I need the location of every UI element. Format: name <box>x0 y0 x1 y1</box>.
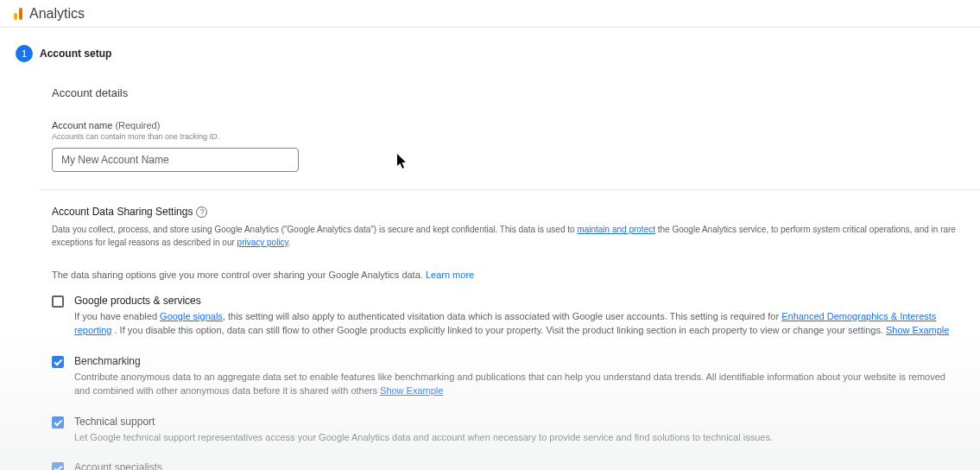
app-header: Analytics <box>0 0 980 28</box>
help-icon[interactable]: ? <box>196 206 207 218</box>
required-marker: (Required) <box>115 120 160 130</box>
option-title: Google products & services <box>74 295 963 307</box>
checkbox-technical-support[interactable] <box>52 416 64 429</box>
learn-more-link[interactable]: Learn more <box>426 270 474 280</box>
option-google-products: Google products & services If you have e… <box>52 295 963 338</box>
label-text: Account name <box>52 120 112 130</box>
checkbox-google-products[interactable] <box>52 295 64 308</box>
option-technical-support: Technical support Let Google technical s… <box>52 416 963 445</box>
step-number-badge: 1 <box>16 45 33 62</box>
divider <box>40 189 980 190</box>
privacy-policy-link[interactable]: privacy policy <box>237 238 288 247</box>
sharing-options: Google products & services If you have e… <box>52 295 963 471</box>
checkbox-account-specialists[interactable] <box>52 462 64 470</box>
show-example-link[interactable]: Show Example <box>886 325 949 335</box>
option-title: Benchmarking <box>74 355 963 367</box>
sharing-description: Data you collect, process, and store usi… <box>52 223 963 249</box>
account-panel: Account details Account name (Required) … <box>40 76 980 470</box>
option-title: Account specialists <box>74 461 963 470</box>
show-example-link[interactable]: Show Example <box>380 385 443 396</box>
maintain-protect-link[interactable]: maintain and protect <box>577 225 655 234</box>
option-benchmarking: Benchmarking Contribute anonymous data t… <box>52 355 963 398</box>
account-name-input[interactable] <box>52 148 299 172</box>
step-title: Account setup <box>40 48 111 60</box>
content-area: 1 Account setup Account details Account … <box>0 28 980 470</box>
account-name-help: Accounts can contain more than one track… <box>52 132 963 141</box>
sharing-title-text: Account Data Sharing Settings <box>52 206 193 218</box>
google-signals-link[interactable]: Google signals <box>160 311 223 321</box>
panel-title: Account details <box>52 86 963 99</box>
app-title: Analytics <box>29 6 85 22</box>
checkbox-benchmarking[interactable] <box>52 356 64 368</box>
sharing-section-title: Account Data Sharing Settings ? <box>52 206 963 218</box>
sharing-control-text: The data sharing options give you more c… <box>52 268 963 283</box>
account-name-label: Account name (Required) <box>52 120 963 130</box>
analytics-logo-icon <box>14 8 22 20</box>
option-desc: If you have enabled Google signals, this… <box>74 309 963 338</box>
step-header: 1 Account setup <box>16 45 980 62</box>
option-desc: Contribute anonymous data to an aggregat… <box>74 370 963 398</box>
option-account-specialists: Account specialists Give Google marketin… <box>52 461 963 470</box>
option-desc: Let Google technical support representat… <box>74 430 963 445</box>
option-title: Technical support <box>74 416 963 428</box>
